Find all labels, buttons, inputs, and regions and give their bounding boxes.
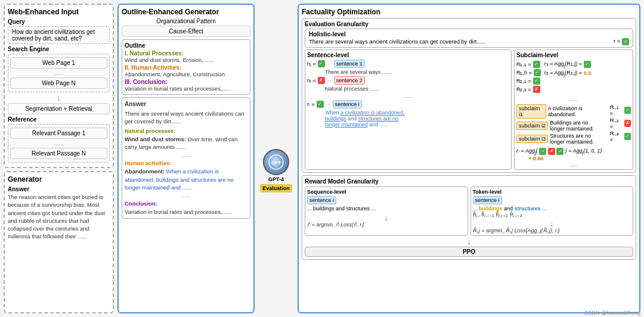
gpt4-container: GPT GPT-4 Evaluation (258, 4, 294, 313)
subclaim-i2-text: Buildings are nolonger maintained. (550, 120, 594, 132)
sentence1-tag: sentence 1 (334, 60, 365, 68)
Ri1-row: Rᵢ,₁ = ✓ (610, 104, 631, 116)
ri-label: rᵢ = (307, 101, 315, 107)
middle-column: Outline-Enhanced Generator Organizationa… (117, 4, 255, 313)
generator-panel: Generator Answer The reason ancient citi… (4, 171, 114, 313)
eval-gran-title: Evaluation Granularity (305, 21, 633, 27)
factuality-title: Factuality Optimization (302, 8, 636, 16)
outline-ii: II. Human Activities: (125, 64, 247, 71)
query-label: Query (8, 18, 110, 25)
sentence-i-part1: When a civilization is abandoned, (325, 110, 405, 116)
outline-iii-header: III. Conclusion: (125, 79, 168, 85)
r2-cross: ✗ (318, 77, 325, 84)
R22-cross: ✗ (533, 86, 540, 93)
generator-title: Generator (8, 175, 110, 184)
eval-label: Evaluation (260, 184, 292, 192)
seq-title: Sequence-level (307, 189, 466, 195)
segmentation-box: Segmentation + Retrieval (8, 103, 110, 114)
web-page-n: Web Page N (10, 77, 107, 89)
reference-box: Relevant Passage 1 ...... Relevant Passa… (8, 124, 110, 163)
Ri2-row: Rᵢ,₂ = ✗ (610, 117, 631, 129)
natural-processes-label: Natural processes: (125, 128, 176, 134)
seq-arrow: ↓ (307, 213, 466, 222)
left-column: Web-Enhanced Input Query How do ancient … (4, 4, 114, 313)
holistic-title: Holistic-level (309, 31, 629, 38)
r-values-top: R₁,₁ = ✓ R₁,h = ✓ R₂,₁ = ✓ (516, 60, 631, 94)
reward-row: Sequence-level sentence i ... buildings … (305, 187, 633, 236)
buildings-text: buildings (325, 116, 346, 122)
ri-agg-formula: rᵢ = Aggj( ✓ ✗ ✓ ) = Aggj(1, 0, 1) (516, 148, 631, 156)
org-pattern-value: Cause-Effect (122, 26, 250, 37)
subclaim-i2-label: subclaim i2 (516, 122, 548, 130)
r1-label: r₁ = (307, 61, 316, 67)
subclaim-i1-text: A civilization is abandoned. (548, 105, 608, 117)
web-page-1: Web Page 1 (10, 57, 107, 69)
tok-post: ... (542, 206, 547, 212)
conclusion-label: Conclusion: (125, 200, 157, 207)
dots-2: ...... (10, 140, 107, 147)
outline-section: Outline I. Natural Processes: Wind and d… (122, 39, 250, 95)
tok-and: and (504, 206, 515, 212)
R22-label: R₂,₂ = (516, 86, 531, 92)
relevant-passage-n: Relevant Passage N (10, 148, 107, 159)
main-container: Web-Enhanced Input Query How do ancient … (0, 0, 644, 317)
Ri2-label: Rᵢ,₂ = (610, 117, 623, 129)
subclaim-i3-label: subclaim i3 (516, 135, 548, 143)
tok-title: Token-level (473, 189, 631, 195)
subclaim-i3-row: subclaim i3 Structures are nolonger main… (516, 133, 608, 145)
subclaim-i1-row: subclaim i1 A civilization is abandoned. (516, 104, 608, 119)
outline-ii-header: II. Human Activities: (125, 64, 181, 71)
r1-row: r₁ = ✓ → sentence 1 (307, 60, 509, 68)
sentence-i-tag: sentence i (333, 100, 362, 108)
subclaim-dots2: ...... (516, 161, 631, 167)
r1-agg-row: r₁ = Aggj(R₁,j) = ✓ (544, 61, 592, 69)
r2-agg-row: r₂ = Aggj(R₂,j) = 0.5 (544, 70, 592, 77)
r2-agg-value: 0.5 (584, 70, 592, 76)
holistic-box: Holistic-level There are several ways an… (305, 29, 633, 48)
tok-buildings: buildings (479, 206, 503, 212)
abandonment-label: Abandonment: (125, 168, 165, 175)
Ri3-check: ✓ (624, 133, 631, 140)
outline-panel: Outline-Enhanced Generator Organizationa… (117, 4, 255, 313)
answer-text1: There are several ways ancient civilizat… (125, 110, 247, 126)
holistic-r: r = ✓ (614, 38, 629, 45)
subclaim-i2-row: subclaim i2 Buildings are nolonger maint… (516, 120, 608, 132)
subclaim-dots: ...... (516, 96, 631, 102)
r-agg-col: r₁ = Aggj(R₁,j) = ✓ r₂ = Aggj(R₂,j) = 0.… (544, 60, 592, 94)
subclaim-i-section: subclaim i1 A civilization is abandoned.… (516, 103, 631, 146)
answer-human: Human activities: (125, 159, 247, 167)
right-column: Factuality Optimization Evaluation Granu… (298, 4, 640, 313)
ri-row: rᵢ = ✓ → sentence i (307, 100, 509, 108)
Ri-values: Rᵢ,₁ = ✓ Rᵢ,₂ = ✗ Rᵢ,₃ = ✓ (610, 103, 631, 146)
ppo-arrow: ↓ (305, 237, 633, 245)
structures-text: structures are no (358, 116, 399, 122)
web-enhanced-panel: Web-Enhanced Input Query How do ancient … (4, 4, 114, 168)
org-pattern-label: Organizational Pattern (122, 18, 250, 24)
query-text: How do ancient civilizations get covered… (12, 29, 95, 42)
gpt4-icon: GPT (267, 153, 285, 171)
subclaim-i1-label: subclaim i1 (516, 104, 546, 119)
outline-i: I. Natural Processes: (125, 50, 247, 57)
Ri1-label: Rᵢ,₁ = (610, 104, 623, 116)
sentence-subclaim-row: Sentence-level r₁ = ✓ → sentence 1 There… (305, 49, 633, 170)
reward-gran-title: Reward Model Granularity (305, 178, 633, 185)
generator-answer-label: Answer (8, 186, 110, 192)
answer-natural: Natural processes: (125, 127, 247, 135)
web-enhanced-title: Web-Enhanced Input (8, 8, 110, 16)
seq-formula: r̂ᵢ = argmin_r̂ᵢ Loss(r̂ᵢ, rᵢ) (307, 222, 466, 228)
R11-check: ✓ (533, 61, 540, 68)
R1h-row: R₁,h = ✓ (516, 69, 541, 76)
conclusion-text: Variation in burial rates and processes,… (125, 208, 247, 216)
tok-content-row: ... buildings and structures ... (473, 206, 631, 212)
holistic-row: There are several ways ancient civilizat… (309, 38, 629, 45)
tok-sentence-tag: sentence i (473, 196, 502, 204)
Ri3-label: Rᵢ,₃ = (610, 130, 623, 142)
r1-agg-check: ✓ (584, 61, 591, 68)
tok-formula: R̄ᵢ,j = argmin_R̄ᵢ,j Loss(Agg_j(R̄ᵢ,j), … (473, 228, 631, 234)
answer-label: Answer (125, 100, 247, 108)
R1h-label: R₁,h = (516, 70, 532, 76)
outline-iii-content: Variation in burial rates and processes,… (125, 85, 247, 92)
holistic-check: ✓ (622, 38, 629, 45)
outline-i-header: I. Natural Processes: (125, 50, 184, 57)
seq-sentence-tag: sentence i (307, 196, 336, 204)
